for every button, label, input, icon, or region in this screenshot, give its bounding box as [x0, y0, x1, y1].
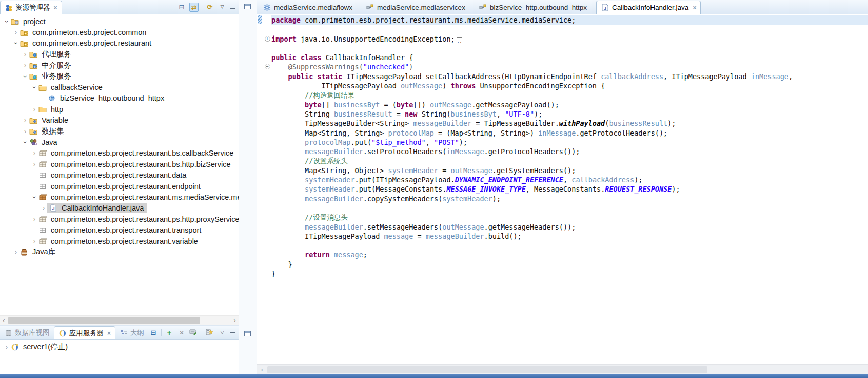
close-icon[interactable]: × [107, 330, 111, 337]
expand-fold-icon[interactable]: + [265, 36, 270, 42]
tree-item[interactable]: ›Java库 [0, 247, 239, 257]
expand-arrow-icon[interactable]: › [3, 344, 10, 351]
expand-arrow-icon[interactable]: › [12, 29, 19, 36]
expand-arrow-icon[interactable]: › [31, 216, 38, 223]
expand-arrow-icon[interactable]: › [12, 40, 19, 47]
view-menu-button[interactable]: ▽ [218, 3, 227, 12]
tree-item[interactable]: ›project [0, 16, 239, 27]
tree-item[interactable]: ›z中介服务 [0, 60, 239, 71]
expand-arrow-icon[interactable]: › [22, 51, 29, 58]
code-line[interactable]: String businessResult = new String(busin… [257, 109, 868, 119]
tree-item[interactable]: ›com.primeton.esb.project.common [0, 27, 239, 37]
close-icon[interactable]: × [54, 4, 57, 11]
expand-arrow-icon[interactable]: › [40, 204, 47, 212]
expand-arrow-icon[interactable]: › [31, 149, 38, 157]
tree-item[interactable]: ›数据集 [0, 126, 239, 137]
collapse-all-button[interactable]: ⊟ [149, 328, 158, 337]
expand-arrow-icon[interactable]: › [22, 62, 29, 69]
tree-item[interactable]: com.primeton.esb.project.restaurant.data [0, 169, 239, 180]
delete-server-button[interactable]: × [177, 328, 186, 337]
tree-item[interactable]: ›com.primeton.esb.project.restaurant.bs.… [0, 148, 239, 159]
tab-outline[interactable]: 大纲 [115, 326, 148, 339]
code-line[interactable]: //构造返回结果 [257, 90, 868, 100]
add-server-button[interactable]: + [165, 328, 174, 337]
link-with-editor-button[interactable]: ⇄ [189, 3, 199, 12]
tree-item[interactable]: com.primeton.esb.project.restaurant.tran… [0, 224, 239, 235]
code-line[interactable]: return message; [257, 250, 868, 259]
scroll-right-icon[interactable]: › [231, 316, 239, 325]
code-line[interactable] [257, 203, 868, 213]
tree-item[interactable]: ›com.primeton.esb.project.restaurant.ps.… [0, 214, 239, 224]
expand-arrow-icon[interactable]: › [3, 18, 10, 25]
code-line[interactable] [257, 44, 868, 53]
code-line[interactable]: messageBuilder.setProtocolHeaders(inMess… [257, 147, 868, 156]
tree-item[interactable]: bizService_http.outbound_httpx [0, 93, 239, 104]
tree-item[interactable]: ›代理服务 [0, 49, 239, 60]
tree-item[interactable]: ›callbackService [0, 82, 239, 92]
code-line[interactable]: ITipMessagePayload message = messageBuil… [257, 232, 868, 241]
code-line[interactable]: systemHeader.put(ITipMessagePayload.DYNA… [257, 175, 868, 184]
expand-arrow-icon[interactable]: › [31, 161, 38, 168]
code-line[interactable]: } [257, 269, 868, 278]
code-line[interactable]: ITipMessagePayload outMessage) throws Un… [257, 81, 868, 90]
expand-arrow-icon[interactable]: › [22, 139, 29, 146]
refresh-button[interactable]: ⟳ [205, 3, 214, 12]
code-line[interactable]: public static ITipMessagePayload setCall… [257, 72, 868, 81]
tab-resource-explorer[interactable]: 资源管理器 × [0, 1, 62, 14]
code-line[interactable]: − @SuppressWarnings("unchecked") [257, 62, 868, 71]
scroll-left-icon[interactable]: ‹ [0, 316, 8, 325]
code-line[interactable]: messageBuilder.copySystemHeaders(systemH… [257, 194, 868, 203]
edit-server-button[interactable] [189, 328, 199, 337]
minimize-button[interactable] [230, 7, 235, 9]
code-line[interactable]: TipMessageBuilder<String> messageBuilder… [257, 119, 868, 128]
tab-database-view[interactable]: 数据库视图 [0, 326, 54, 339]
tree-item[interactable]: ›com.primeton.esb.project.restaurant.bs.… [0, 159, 239, 169]
tree-item[interactable]: ›com.primeton.esb.project.restaurant.var… [0, 236, 239, 247]
code-line[interactable]: Map<String, Object> systemHeader = outMe… [257, 166, 868, 175]
expand-arrow-icon[interactable]: › [22, 128, 29, 135]
code-line[interactable]: Map<String, String> protocolMap = (Map<S… [257, 128, 868, 138]
code-line[interactable]: +import java.io.UnsupportedEncodingExcep… [257, 34, 868, 44]
view-menu-button[interactable]: ▽ [218, 328, 227, 337]
minimize-button[interactable] [230, 332, 235, 334]
code-line[interactable]: } [257, 260, 868, 269]
expand-arrow-icon[interactable]: › [22, 73, 29, 80]
expand-arrow-icon[interactable]: › [31, 84, 38, 91]
close-icon[interactable]: × [693, 4, 696, 11]
restore-view-icon[interactable] [244, 4, 251, 9]
code-line[interactable]: byte[] businessByt = (byte[]) outMessage… [257, 100, 868, 109]
expand-arrow-icon[interactable]: › [31, 194, 38, 201]
tree-item[interactable]: ›业务服务 [0, 71, 239, 82]
code-editor[interactable]: package com.primeton.esb.project.restaur… [257, 14, 868, 364]
collapse-all-button[interactable]: ⊟ [177, 3, 186, 12]
code-line[interactable]: //设置消息头 [257, 213, 868, 222]
explorer-hscrollbar[interactable]: ‹ › [0, 315, 239, 325]
tab-mediaflowx[interactable]: mediaService.mediaflowx [259, 1, 362, 14]
code-line[interactable]: //设置系统头 [257, 156, 868, 165]
restore-view-icon[interactable] [244, 331, 251, 336]
code-line[interactable]: public class CallbackInfoHandler { [257, 53, 868, 62]
tree-item[interactable]: ›server1(停止) [0, 342, 239, 352]
tree-item[interactable]: ›Variable [0, 115, 239, 126]
scrollbar-thumb[interactable] [8, 317, 200, 324]
code-line[interactable]: package com.primeton.esb.project.restaur… [257, 15, 868, 25]
code-line[interactable] [257, 241, 868, 250]
tree-item[interactable]: ›JJava [0, 137, 239, 147]
expand-arrow-icon[interactable]: › [31, 238, 38, 245]
editor-hscrollbar[interactable]: ‹ [257, 364, 868, 374]
code-line[interactable] [257, 25, 868, 34]
tree-item[interactable]: com.primeton.esb.project.restaurant.endp… [0, 181, 239, 192]
new-server-wizard-button[interactable] [205, 328, 214, 337]
scrollbar-thumb[interactable] [267, 366, 707, 373]
expand-arrow-icon[interactable]: › [12, 249, 19, 256]
expand-arrow-icon[interactable]: › [31, 106, 38, 113]
tree-item[interactable]: ›JCallbackInfoHandler.java [0, 203, 239, 214]
tree-item[interactable]: ›com.primeton.esb.project.restaurant [0, 38, 239, 49]
code-line[interactable]: messageBuilder.setMessageHeaders(outMess… [257, 222, 868, 232]
collapse-fold-icon[interactable]: − [265, 64, 270, 69]
code-line[interactable]: protocolMap.put("$tip_method", "POST"); [257, 138, 868, 147]
expand-arrow-icon[interactable]: › [22, 117, 29, 124]
tab-app-server[interactable]: 应用服务器 × [54, 326, 116, 339]
tree-item[interactable]: ›http [0, 104, 239, 115]
tree-item[interactable]: ›com.primeton.esb.project.restaurant.ms.… [0, 192, 239, 202]
